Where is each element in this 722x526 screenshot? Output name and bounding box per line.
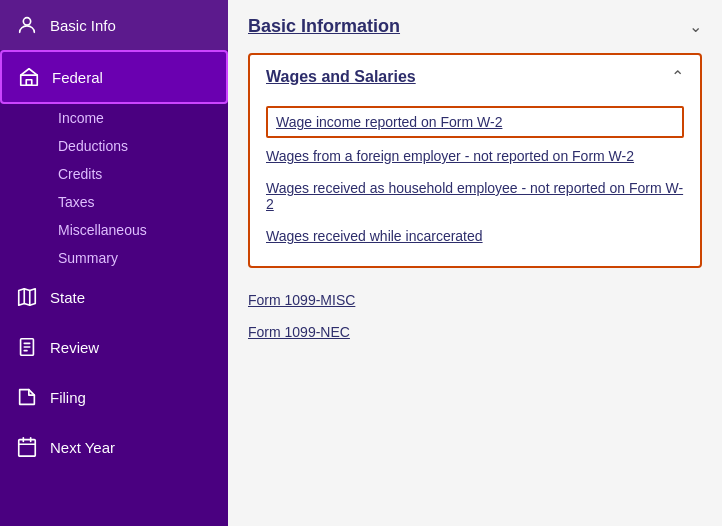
page-header: Basic Information ⌄ [248,16,702,37]
w2-link[interactable]: Wage income reported on Form W-2 [266,106,684,138]
building-icon [18,66,40,88]
sidebar-item-credits[interactable]: Credits [50,160,228,188]
sidebar-item-deductions[interactable]: Deductions [50,132,228,160]
person-icon [16,14,38,36]
household-employee-link[interactable]: Wages received as household employee - n… [266,174,684,218]
sidebar-item-taxes[interactable]: Taxes [50,188,228,216]
file-icon [16,386,38,408]
foreign-employer-link[interactable]: Wages from a foreign employer - not repo… [266,142,684,170]
sidebar-item-income[interactable]: Income [50,104,228,132]
svg-rect-10 [19,440,36,457]
sidebar-label-basic-info: Basic Info [50,17,116,34]
form-1099-nec-link[interactable]: Form 1099-NEC [248,316,702,348]
sidebar: Basic Info Federal Income Deductions Cre… [0,0,228,526]
wages-salaries-title: Wages and Salaries [266,68,416,86]
main-content: Basic Information ⌄ Wages and Salaries ⌃… [228,0,722,526]
wages-salaries-header[interactable]: Wages and Salaries ⌃ [250,55,700,98]
svg-marker-3 [19,289,36,306]
sidebar-item-federal[interactable]: Federal [0,50,228,104]
sidebar-item-miscellaneous[interactable]: Miscellaneous [50,216,228,244]
wages-salaries-content: Wage income reported on Form W-2 Wages f… [250,98,700,266]
chevron-down-icon[interactable]: ⌄ [689,17,702,36]
wages-salaries-section: Wages and Salaries ⌃ Wage income reporte… [248,53,702,268]
sidebar-item-state[interactable]: State [0,272,228,322]
sidebar-item-review[interactable]: Review [0,322,228,372]
sidebar-label-state: State [50,289,85,306]
chevron-up-icon[interactable]: ⌃ [671,67,684,86]
calendar-icon [16,436,38,458]
sidebar-label-next-year: Next Year [50,439,115,456]
page-title: Basic Information [248,16,400,37]
sidebar-item-summary[interactable]: Summary [50,244,228,272]
svg-point-0 [23,18,30,25]
clipboard-icon [16,336,38,358]
svg-rect-2 [26,80,32,86]
sidebar-sub-items: Income Deductions Credits Taxes Miscella… [0,104,228,272]
sidebar-label-filing: Filing [50,389,86,406]
sidebar-item-basic-info[interactable]: Basic Info [0,0,228,50]
sidebar-label-federal: Federal [52,69,103,86]
map-icon [16,286,38,308]
sidebar-item-filing[interactable]: Filing [0,372,228,422]
incarcerated-link[interactable]: Wages received while incarcerated [266,222,684,250]
sidebar-label-review: Review [50,339,99,356]
form-1099-misc-link[interactable]: Form 1099-MISC [248,284,702,316]
sidebar-item-next-year[interactable]: Next Year [0,422,228,472]
